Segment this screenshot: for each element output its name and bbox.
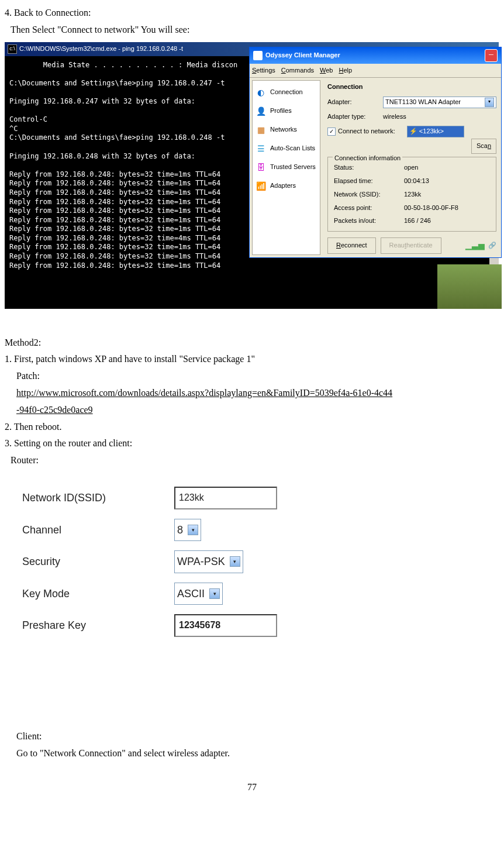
sidebar-item-networks[interactable]: ▦ Networks — [253, 120, 320, 139]
router-config-panel: Network ID(SSID) 123kk Channel 8 ▾ Secur… — [5, 475, 490, 658]
adapter-type-label: Adapter type: — [327, 111, 383, 123]
network-icon: ⚡ — [409, 126, 417, 137]
connection-info-box: Connection information Status:open Elaps… — [327, 157, 496, 232]
security-value: WPA-PSK — [177, 552, 225, 571]
odyssey-main-panel: Connection Adapter: TNET1130 WLAN Adapte… — [323, 78, 501, 257]
connection-info-legend: Connection information — [333, 153, 402, 164]
step4-heading: 4. Back to Connection: — [5, 5, 499, 22]
menu-help[interactable]: Help — [339, 65, 352, 77]
odyssey-app-icon — [253, 51, 263, 60]
menu-web[interactable]: Web — [320, 65, 333, 77]
odyssey-window: Odyssey Client Manager ─ SSettingsetting… — [249, 47, 502, 258]
odyssey-titlebar: Odyssey Client Manager ─ — [250, 47, 501, 64]
odyssey-title-text: Odyssey Client Manager — [265, 50, 340, 61]
sidebar-label: Connection — [270, 87, 303, 98]
client-heading: Client: — [5, 728, 499, 745]
sidebar-item-connection[interactable]: ◐ Connection — [253, 83, 320, 102]
cmd-title-text: C:\WINDOWS\System32\cmd.exe - ping 192.1… — [19, 43, 183, 55]
odyssey-menubar: SSettingsettings Commands Web Help — [250, 64, 501, 78]
connect-label: Connect to network: — [338, 126, 395, 137]
elapsed-label: Elapsed time: — [334, 175, 404, 187]
method2-step2: 2. Then reboot. — [5, 419, 499, 436]
networks-icon: ▦ — [255, 124, 267, 136]
presharekey-input[interactable]: 12345678 — [174, 614, 277, 637]
patch-label: Patch: — [5, 368, 499, 385]
autoscan-icon: ☰ — [255, 143, 267, 154]
sidebar-label: Profiles — [270, 105, 292, 117]
signal-strength-icon: ▁▃▅ — [465, 238, 485, 253]
ssid-value: 123kk — [404, 189, 421, 201]
patch-link-line1[interactable]: http://www.microsoft.com/downloads/detai… — [16, 388, 392, 398]
adapter-label: Adapter: — [327, 97, 383, 108]
packets-value: 166 / 246 — [404, 215, 431, 227]
network-value: <123kk> — [419, 126, 444, 137]
sidebar-label: Networks — [270, 124, 297, 136]
signal-status-icons: ▁▃▅ 🔗 — [465, 238, 496, 253]
sidebar-item-trusted[interactable]: 🗄 Trusted Servers — [253, 158, 320, 177]
sidebar-label: Adapters — [270, 180, 296, 192]
link-status-icon: 🔗 — [488, 240, 496, 252]
connection-header: Connection — [327, 81, 496, 93]
channel-select[interactable]: 8 ▾ — [174, 519, 201, 541]
odyssey-content: ◐ Connection 👤 Profiles ▦ Networks ☰ Aut… — [250, 78, 501, 257]
presharekey-field-label: Preshare Key — [22, 616, 174, 635]
chevron-down-icon[interactable]: ▾ — [230, 556, 240, 567]
keymode-value: ASCII — [177, 584, 205, 603]
keymode-field-label: Key Mode — [22, 584, 174, 603]
chevron-down-icon[interactable]: ▾ — [209, 588, 220, 599]
keymode-select[interactable]: ASCII ▾ — [174, 583, 223, 605]
adapter-type-value: wireless — [383, 111, 406, 123]
scan-button[interactable]: Scan — [471, 139, 496, 154]
cmd-icon: c:\ — [8, 44, 17, 54]
network-combo[interactable]: ⚡ <123kk> — [407, 126, 464, 137]
packets-label: Packets in/out: — [334, 215, 404, 227]
sidebar-item-autoscan[interactable]: ☰ Auto-Scan Lists — [253, 139, 320, 158]
sidebar-item-profiles[interactable]: 👤 Profiles — [253, 102, 320, 120]
chevron-down-icon[interactable]: ▾ — [188, 525, 198, 535]
client-instruction: Go to "Network Connection" and select wi… — [5, 745, 499, 762]
sidebar-item-adapters[interactable]: 📶 Adapters — [253, 177, 320, 195]
ssid-label: Network (SSID): — [334, 189, 404, 201]
desktop-background — [437, 264, 502, 309]
page-number: 77 — [5, 779, 499, 796]
profiles-icon: 👤 — [255, 105, 267, 117]
elapsed-value: 00:04:13 — [404, 175, 429, 187]
sidebar-label: Trusted Servers — [270, 161, 316, 173]
adapters-icon: 📶 — [255, 180, 267, 192]
ssid-input[interactable]: 123kk — [174, 487, 277, 509]
method2-step3: 3. Setting on the router and client: — [5, 435, 499, 452]
ssid-field-label: Network ID(SSID) — [22, 488, 174, 507]
adapter-combo[interactable]: TNET1130 WLAN Adapter ▾ — [383, 97, 496, 108]
status-value: open — [404, 162, 418, 174]
method2-step1: 1. First, patch windows XP and have to i… — [5, 351, 499, 368]
patch-link-line2[interactable]: -94f0-c25c9de0ace9 — [16, 405, 93, 415]
ap-label: Access point: — [334, 202, 404, 214]
menu-settings[interactable]: SSettingsettings — [252, 65, 275, 77]
ap-value: 00-50-18-00-0F-F8 — [404, 202, 458, 214]
chevron-down-icon[interactable]: ▾ — [485, 98, 494, 107]
adapter-value: TNET1130 WLAN Adapter — [385, 97, 461, 108]
close-icon[interactable]: ─ — [485, 49, 498, 62]
sidebar-label: Auto-Scan Lists — [270, 143, 315, 154]
odyssey-sidebar: ◐ Connection 👤 Profiles ▦ Networks ☰ Aut… — [252, 80, 320, 255]
odyssey-button-row: Reconnect Reauthenticate ▁▃▅ 🔗 — [327, 237, 496, 254]
reauthenticate-button: Reauthenticate — [381, 237, 441, 254]
connect-checkbox[interactable]: ✓ — [327, 128, 336, 136]
channel-value: 8 — [177, 521, 183, 539]
trusted-servers-icon: 🗄 — [255, 161, 267, 173]
security-field-label: Security — [22, 552, 174, 571]
method2-heading: Method2: — [5, 335, 499, 352]
router-heading: Router: — [5, 452, 499, 469]
connection-icon: ◐ — [255, 87, 267, 98]
security-select[interactable]: WPA-PSK ▾ — [174, 550, 243, 573]
step4-subtext: Then Select "Connect to network" You wil… — [5, 22, 499, 39]
menu-commands[interactable]: Commands — [281, 65, 314, 77]
reconnect-button[interactable]: Reconnect — [327, 237, 376, 254]
channel-field-label: Channel — [22, 521, 174, 539]
screenshot-container: c:\ C:\WINDOWS\System32\cmd.exe - ping 1… — [5, 42, 502, 311]
